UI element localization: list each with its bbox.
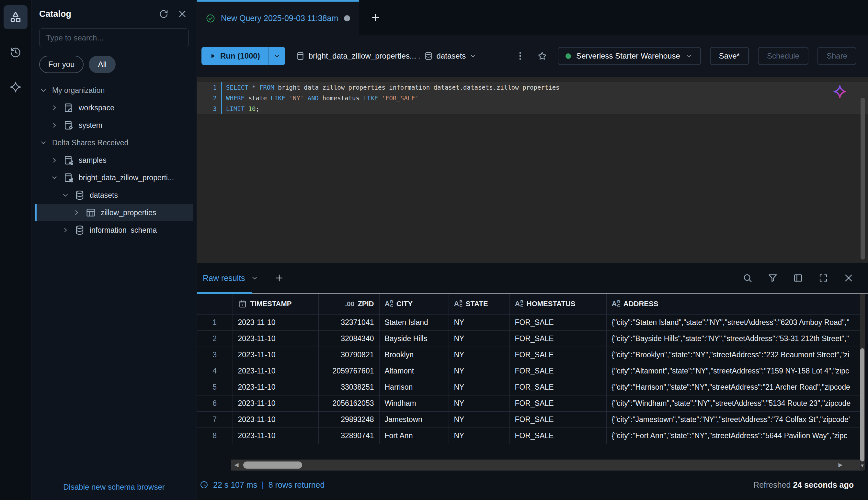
- cell-state[interactable]: NY: [448, 395, 510, 411]
- column-header-state[interactable]: ABCSTATE: [448, 294, 510, 314]
- cell-zpid[interactable]: 32371041: [319, 314, 379, 330]
- toggle-panel-button[interactable]: [792, 272, 804, 284]
- scroll-left-arrow-icon[interactable]: ◀: [232, 459, 241, 470]
- cell-timestamp[interactable]: 2023-11-10: [233, 314, 319, 330]
- new-tab-button[interactable]: [368, 10, 383, 25]
- warehouse-selector[interactable]: Serverless Starter Warehouse: [558, 47, 701, 65]
- close-sidebar-button[interactable]: [176, 8, 189, 20]
- column-header-zpid[interactable]: .00ZPID: [319, 294, 379, 314]
- cell-address[interactable]: {"city":"Harrison","state":"NY","streetA…: [606, 379, 861, 395]
- cell-zpid[interactable]: 32084340: [319, 330, 379, 346]
- tree-item-datasets[interactable]: datasets: [35, 186, 193, 204]
- cell-state[interactable]: NY: [448, 363, 510, 379]
- tree-item-workspace[interactable]: workspace: [35, 99, 193, 116]
- vertical-scrollbar[interactable]: ▼: [860, 294, 865, 470]
- tree-item-zillow-properties[interactable]: zillow_properties: [35, 204, 193, 221]
- catalog-search-input[interactable]: [39, 29, 189, 47]
- cell-zpid[interactable]: 29893248: [319, 411, 379, 428]
- cell-homestatus[interactable]: FOR_SALE: [510, 395, 606, 411]
- scroll-down-arrow-icon[interactable]: ▼: [860, 461, 865, 469]
- tree-item-bright-data-zillow-properti[interactable]: bright_data_zillow_properti...: [35, 169, 193, 186]
- cell-zpid[interactable]: 2056162053: [319, 395, 379, 411]
- cell-homestatus[interactable]: FOR_SALE: [510, 428, 606, 444]
- column-header-address[interactable]: ABCADDRESS: [606, 294, 861, 314]
- tree-item-samples[interactable]: samples: [35, 151, 193, 169]
- cell-address[interactable]: {"city":"Bayside Hills","state":"NY","st…: [606, 330, 861, 346]
- chevron-down-icon[interactable]: [39, 138, 48, 147]
- cell-state[interactable]: NY: [448, 411, 510, 428]
- chevron-down-icon[interactable]: [61, 191, 70, 200]
- cell-timestamp[interactable]: 2023-11-10: [233, 395, 319, 411]
- chevron-right-icon[interactable]: [50, 121, 59, 129]
- cell-city[interactable]: Brooklyn: [379, 346, 448, 363]
- cell-zpid[interactable]: 2059767601: [319, 363, 379, 379]
- cell-city[interactable]: Staten Island: [379, 314, 448, 330]
- table-row-2[interactable]: 22023-11-1032084340Bayside HillsNYFOR_SA…: [197, 330, 861, 346]
- column-header-city[interactable]: ABCCITY: [379, 294, 448, 314]
- fullscreen-button[interactable]: [817, 272, 830, 284]
- refresh-button[interactable]: [157, 8, 170, 20]
- table-row-4[interactable]: 42023-11-102059767601AltamontNYFOR_SALE{…: [197, 363, 861, 379]
- add-visualization-button[interactable]: [272, 271, 286, 285]
- cell-address[interactable]: {"city":"Fort Ann","state":"NY","streetA…: [606, 428, 861, 444]
- editor-vertical-scrollbar[interactable]: [860, 98, 865, 260]
- schedule-button[interactable]: Schedule: [758, 47, 809, 65]
- tree-item-information-schema[interactable]: information_schema: [35, 221, 193, 239]
- cell-timestamp[interactable]: 2023-11-10: [233, 411, 319, 428]
- catalog-nav-button[interactable]: [3, 5, 27, 29]
- cell-state[interactable]: NY: [448, 428, 510, 444]
- cell-address[interactable]: {"city":"Brooklyn","state":"NY","streetA…: [606, 346, 861, 363]
- cell-zpid[interactable]: 33038251: [319, 379, 379, 395]
- cell-city[interactable]: Jamestown: [379, 411, 448, 428]
- chevron-down-icon[interactable]: [50, 173, 59, 182]
- raw-results-tab[interactable]: Raw results: [198, 273, 263, 283]
- cell-state[interactable]: NY: [448, 379, 510, 395]
- cell-timestamp[interactable]: 2023-11-10: [233, 346, 319, 363]
- table-row-7[interactable]: 72023-11-1029893248JamestownNYFOR_SALE{"…: [197, 411, 861, 428]
- cell-zpid[interactable]: 30790821: [319, 346, 379, 363]
- catalog-schema-selector[interactable]: bright_data_zillow_properties... . datas…: [296, 51, 480, 61]
- cell-city[interactable]: Altamont: [379, 363, 448, 379]
- tree-item-my-organization[interactable]: My organization: [35, 81, 193, 99]
- chevron-right-icon[interactable]: [61, 226, 70, 234]
- cell-timestamp[interactable]: 2023-11-10: [233, 379, 319, 395]
- filter-chip-all[interactable]: All: [89, 56, 115, 73]
- filter-results-button[interactable]: [766, 272, 779, 284]
- table-row-6[interactable]: 62023-11-102056162053WindhamNYFOR_SALE{"…: [197, 395, 861, 411]
- cell-address[interactable]: {"city":"Staten Island","state":"NY","st…: [606, 314, 861, 330]
- cell-timestamp[interactable]: 2023-11-10: [233, 330, 319, 346]
- cell-state[interactable]: NY: [448, 314, 510, 330]
- share-button[interactable]: Share: [817, 47, 856, 65]
- cell-state[interactable]: NY: [448, 346, 510, 363]
- query-tab[interactable]: New Query 2025-09-03 11:38am: [197, 0, 359, 35]
- column-header-homestatus[interactable]: ABCHOMESTATUS: [510, 294, 606, 314]
- cell-homestatus[interactable]: FOR_SALE: [510, 363, 606, 379]
- table-row-1[interactable]: 12023-11-1032371041Staten IslandNYFOR_SA…: [197, 314, 861, 330]
- scroll-right-arrow-icon[interactable]: ▶: [836, 459, 845, 470]
- table-row-3[interactable]: 32023-11-1030790821BrooklynNYFOR_SALE{"c…: [197, 346, 861, 363]
- chevron-right-icon[interactable]: [50, 156, 59, 164]
- tree-item-delta-shares-received[interactable]: Delta Shares Received: [35, 134, 193, 151]
- cell-city[interactable]: Harrison: [379, 379, 448, 395]
- vertical-scroll-thumb[interactable]: [860, 348, 865, 462]
- assistant-nav-button[interactable]: [3, 75, 27, 99]
- chevron-down-icon[interactable]: [39, 86, 48, 94]
- table-row-8[interactable]: 82023-11-1032890741Fort AnnNYFOR_SALE{"c…: [197, 428, 861, 444]
- filter-chip-for-you[interactable]: For you: [39, 56, 84, 73]
- cell-address[interactable]: {"city":"Windham","state":"NY","streetAd…: [606, 395, 861, 411]
- chevron-right-icon[interactable]: [72, 208, 81, 217]
- cell-state[interactable]: NY: [448, 330, 510, 346]
- kebab-menu-button[interactable]: [514, 49, 527, 62]
- cell-homestatus[interactable]: FOR_SALE: [510, 330, 606, 346]
- disable-schema-browser-link[interactable]: Disable new schema browser: [63, 482, 165, 491]
- run-options-button[interactable]: [268, 47, 285, 65]
- cell-timestamp[interactable]: 2023-11-10: [233, 363, 319, 379]
- table-row-5[interactable]: 52023-11-1033038251HarrisonNYFOR_SALE{"c…: [197, 379, 861, 395]
- chevron-right-icon[interactable]: [50, 104, 59, 112]
- cell-address[interactable]: {"city":"Altamont","state":"NY","streetA…: [606, 363, 861, 379]
- save-button[interactable]: Save*: [710, 47, 749, 65]
- search-results-button[interactable]: [741, 272, 754, 284]
- sql-editor[interactable]: 1SELECT * FROM bright_data_zillow_proper…: [197, 77, 868, 263]
- cell-city[interactable]: Fort Ann: [379, 428, 448, 444]
- cell-homestatus[interactable]: FOR_SALE: [510, 346, 606, 363]
